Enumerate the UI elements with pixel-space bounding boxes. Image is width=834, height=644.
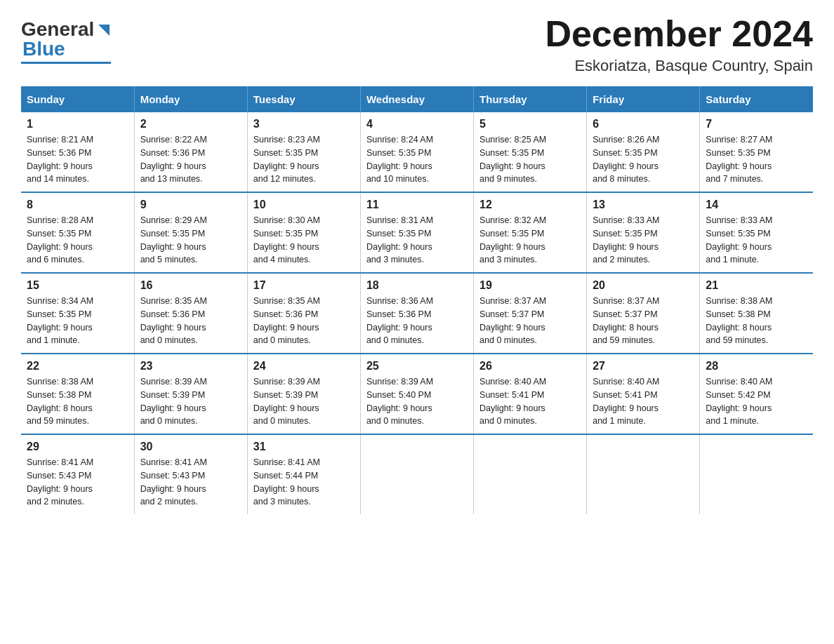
- header-tuesday: Tuesday: [247, 86, 360, 112]
- calendar-cell: [587, 434, 700, 514]
- calendar-cell: 8Sunrise: 8:28 AMSunset: 5:35 PMDaylight…: [21, 192, 134, 273]
- day-number: 23: [140, 360, 241, 373]
- calendar-cell: 20Sunrise: 8:37 AMSunset: 5:37 PMDayligh…: [587, 273, 700, 354]
- day-number: 1: [27, 118, 128, 130]
- day-info: Sunrise: 8:37 AMSunset: 5:37 PMDaylight:…: [593, 295, 694, 347]
- day-info: Sunrise: 8:37 AMSunset: 5:37 PMDaylight:…: [479, 295, 581, 347]
- day-info: Sunrise: 8:24 AMSunset: 5:35 PMDaylight:…: [366, 133, 468, 186]
- day-info: Sunrise: 8:34 AMSunset: 5:35 PMDaylight:…: [27, 295, 128, 347]
- calendar-cell: 29Sunrise: 8:41 AMSunset: 5:43 PMDayligh…: [21, 434, 134, 514]
- day-number: 14: [706, 199, 807, 211]
- page-header: General Blue December 2024 Eskoriatza, B…: [21, 14, 813, 75]
- day-info: Sunrise: 8:35 AMSunset: 5:36 PMDaylight:…: [253, 295, 355, 347]
- logo-blue-text: Blue: [22, 38, 65, 60]
- calendar-week-row: 22Sunrise: 8:38 AMSunset: 5:38 PMDayligh…: [21, 354, 813, 434]
- day-number: 27: [593, 360, 694, 373]
- calendar-cell: 14Sunrise: 8:33 AMSunset: 5:35 PMDayligh…: [700, 192, 813, 273]
- day-info: Sunrise: 8:41 AMSunset: 5:44 PMDaylight:…: [253, 456, 355, 509]
- day-info: Sunrise: 8:23 AMSunset: 5:35 PMDaylight:…: [253, 133, 355, 186]
- day-number: 31: [253, 441, 355, 453]
- day-number: 13: [593, 199, 694, 211]
- header-friday: Friday: [587, 86, 700, 112]
- day-info: Sunrise: 8:39 AMSunset: 5:40 PMDaylight:…: [366, 375, 468, 428]
- day-number: 20: [593, 279, 694, 292]
- day-info: Sunrise: 8:39 AMSunset: 5:39 PMDaylight:…: [140, 375, 241, 428]
- calendar-cell: 25Sunrise: 8:39 AMSunset: 5:40 PMDayligh…: [360, 354, 473, 434]
- day-number: 15: [27, 279, 128, 292]
- day-info: Sunrise: 8:28 AMSunset: 5:35 PMDaylight:…: [27, 214, 128, 267]
- day-number: 8: [27, 199, 128, 211]
- calendar-cell: 22Sunrise: 8:38 AMSunset: 5:38 PMDayligh…: [21, 354, 134, 434]
- calendar-week-row: 8Sunrise: 8:28 AMSunset: 5:35 PMDaylight…: [21, 192, 813, 273]
- calendar-cell: 5Sunrise: 8:25 AMSunset: 5:35 PMDaylight…: [474, 112, 587, 192]
- logo-triangle-icon: [95, 22, 111, 37]
- calendar-cell: 28Sunrise: 8:40 AMSunset: 5:42 PMDayligh…: [700, 354, 813, 434]
- day-number: 28: [706, 360, 807, 373]
- day-info: Sunrise: 8:40 AMSunset: 5:41 PMDaylight:…: [479, 375, 581, 428]
- day-info: Sunrise: 8:36 AMSunset: 5:36 PMDaylight:…: [366, 295, 468, 347]
- day-number: 2: [140, 118, 241, 130]
- calendar-title: December 2024: [545, 14, 813, 54]
- header-wednesday: Wednesday: [360, 86, 473, 112]
- calendar-cell: [360, 434, 473, 514]
- day-number: 22: [27, 360, 128, 373]
- calendar-cell: 26Sunrise: 8:40 AMSunset: 5:41 PMDayligh…: [474, 354, 587, 434]
- calendar-cell: 27Sunrise: 8:40 AMSunset: 5:41 PMDayligh…: [587, 354, 700, 434]
- svg-marker-0: [98, 25, 110, 36]
- calendar-cell: [474, 434, 587, 514]
- calendar-cell: 16Sunrise: 8:35 AMSunset: 5:36 PMDayligh…: [134, 273, 247, 354]
- calendar-cell: [700, 434, 813, 514]
- calendar-cell: 18Sunrise: 8:36 AMSunset: 5:36 PMDayligh…: [360, 273, 473, 354]
- day-number: 25: [366, 360, 468, 373]
- day-number: 12: [479, 199, 581, 211]
- calendar-cell: 9Sunrise: 8:29 AMSunset: 5:35 PMDaylight…: [134, 192, 247, 273]
- calendar-cell: 12Sunrise: 8:32 AMSunset: 5:35 PMDayligh…: [474, 192, 587, 273]
- calendar-cell: 31Sunrise: 8:41 AMSunset: 5:44 PMDayligh…: [247, 434, 360, 514]
- day-number: 11: [366, 199, 468, 211]
- day-info: Sunrise: 8:31 AMSunset: 5:35 PMDaylight:…: [366, 214, 468, 267]
- day-number: 21: [706, 279, 807, 292]
- day-info: Sunrise: 8:26 AMSunset: 5:35 PMDaylight:…: [593, 133, 694, 186]
- header-monday: Monday: [134, 86, 247, 112]
- day-info: Sunrise: 8:25 AMSunset: 5:35 PMDaylight:…: [479, 133, 581, 186]
- calendar-cell: 21Sunrise: 8:38 AMSunset: 5:38 PMDayligh…: [700, 273, 813, 354]
- day-info: Sunrise: 8:33 AMSunset: 5:35 PMDaylight:…: [706, 214, 807, 267]
- header-sunday: Sunday: [21, 86, 134, 112]
- day-info: Sunrise: 8:41 AMSunset: 5:43 PMDaylight:…: [27, 456, 128, 509]
- day-info: Sunrise: 8:40 AMSunset: 5:41 PMDaylight:…: [593, 375, 694, 428]
- logo: General Blue: [21, 14, 111, 64]
- header-saturday: Saturday: [700, 86, 813, 112]
- calendar-cell: 30Sunrise: 8:41 AMSunset: 5:43 PMDayligh…: [134, 434, 247, 514]
- day-number: 9: [140, 199, 241, 211]
- calendar-cell: 23Sunrise: 8:39 AMSunset: 5:39 PMDayligh…: [134, 354, 247, 434]
- day-number: 7: [706, 118, 807, 130]
- day-info: Sunrise: 8:33 AMSunset: 5:35 PMDaylight:…: [593, 214, 694, 267]
- day-number: 16: [140, 279, 241, 292]
- day-number: 4: [366, 118, 468, 130]
- day-number: 5: [479, 118, 581, 130]
- day-info: Sunrise: 8:29 AMSunset: 5:35 PMDaylight:…: [140, 214, 241, 267]
- day-info: Sunrise: 8:21 AMSunset: 5:36 PMDaylight:…: [27, 133, 128, 186]
- calendar-cell: 3Sunrise: 8:23 AMSunset: 5:35 PMDaylight…: [247, 112, 360, 192]
- calendar-table: SundayMondayTuesdayWednesdayThursdayFrid…: [21, 86, 813, 514]
- day-number: 26: [479, 360, 581, 373]
- calendar-cell: 7Sunrise: 8:27 AMSunset: 5:35 PMDaylight…: [700, 112, 813, 192]
- calendar-cell: 15Sunrise: 8:34 AMSunset: 5:35 PMDayligh…: [21, 273, 134, 354]
- calendar-cell: 19Sunrise: 8:37 AMSunset: 5:37 PMDayligh…: [474, 273, 587, 354]
- calendar-cell: 1Sunrise: 8:21 AMSunset: 5:36 PMDaylight…: [21, 112, 134, 192]
- day-info: Sunrise: 8:40 AMSunset: 5:42 PMDaylight:…: [706, 375, 807, 428]
- calendar-cell: 17Sunrise: 8:35 AMSunset: 5:36 PMDayligh…: [247, 273, 360, 354]
- calendar-cell: 2Sunrise: 8:22 AMSunset: 5:36 PMDaylight…: [134, 112, 247, 192]
- day-info: Sunrise: 8:38 AMSunset: 5:38 PMDaylight:…: [706, 295, 807, 347]
- day-info: Sunrise: 8:30 AMSunset: 5:35 PMDaylight:…: [253, 214, 355, 267]
- day-info: Sunrise: 8:32 AMSunset: 5:35 PMDaylight:…: [479, 214, 581, 267]
- logo-underline: [21, 62, 111, 64]
- calendar-cell: 6Sunrise: 8:26 AMSunset: 5:35 PMDaylight…: [587, 112, 700, 192]
- day-number: 19: [479, 279, 581, 292]
- calendar-cell: 11Sunrise: 8:31 AMSunset: 5:35 PMDayligh…: [360, 192, 473, 273]
- day-info: Sunrise: 8:22 AMSunset: 5:36 PMDaylight:…: [140, 133, 241, 186]
- title-area: December 2024 Eskoriatza, Basque Country…: [545, 14, 813, 75]
- calendar-week-row: 15Sunrise: 8:34 AMSunset: 5:35 PMDayligh…: [21, 273, 813, 354]
- day-number: 17: [253, 279, 355, 292]
- calendar-cell: 4Sunrise: 8:24 AMSunset: 5:35 PMDaylight…: [360, 112, 473, 192]
